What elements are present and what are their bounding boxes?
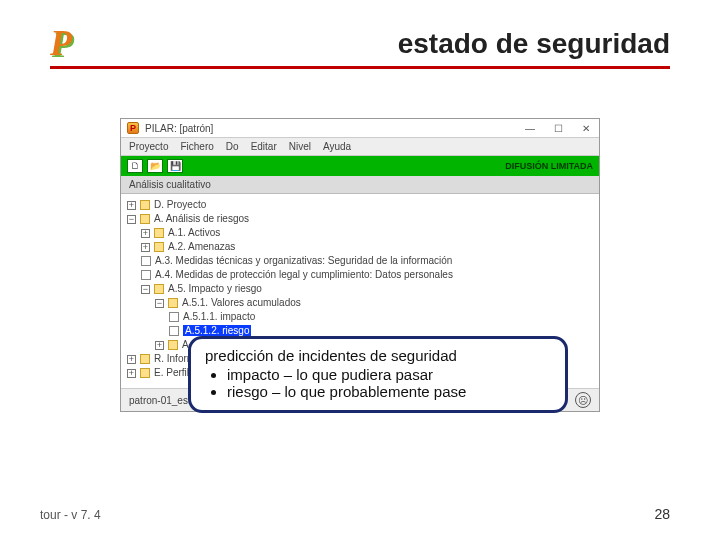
toolbar: 🗋 📂 💾 DIFUSIÓN LIMITADA (121, 156, 599, 176)
expand-icon[interactable]: + (127, 201, 136, 210)
folder-icon (154, 242, 164, 252)
expand-icon[interactable]: + (155, 341, 164, 350)
menu-fichero[interactable]: Fichero (180, 141, 213, 152)
collapse-icon[interactable]: − (127, 215, 136, 224)
titlebar: P PILAR: [patrón] — ☐ ✕ (121, 119, 599, 137)
expand-icon[interactable]: + (127, 369, 136, 378)
minimize-icon[interactable]: — (523, 123, 537, 134)
doc-icon (169, 312, 179, 322)
folder-icon (140, 368, 150, 378)
callout-title: predicción de incidentes de seguridad (205, 347, 551, 364)
folder-icon (168, 298, 178, 308)
folder-icon (168, 340, 178, 350)
callout-bullet-1: impacto – lo que pudiera pasar (227, 366, 551, 383)
folder-icon (154, 284, 164, 294)
toolbar-label: DIFUSIÓN LIMITADA (505, 161, 593, 171)
save-icon[interactable]: 💾 (167, 159, 183, 173)
tree-node-a1[interactable]: +A.1. Activos (127, 226, 593, 240)
window-title: PILAR: [patrón] (145, 123, 213, 134)
tree-node-a511[interactable]: A.5.1.1. impacto (127, 310, 593, 324)
page-number: 28 (654, 506, 670, 522)
folder-icon (140, 200, 150, 210)
slide-title: estado de seguridad (50, 28, 670, 60)
expand-icon[interactable]: + (141, 243, 150, 252)
pane-header: Análisis cualitativo (121, 176, 599, 194)
tree-node-a3[interactable]: A.3. Medidas técnicas y organizativas: S… (127, 254, 593, 268)
tree-node-a5[interactable]: −A.5. Impacto y riesgo (127, 282, 593, 296)
menu-do[interactable]: Do (226, 141, 239, 152)
logo: PP (50, 22, 72, 64)
menu-nivel[interactable]: Nivel (289, 141, 311, 152)
folder-icon (154, 228, 164, 238)
menubar: Proyecto Fichero Do Editar Nivel Ayuda (121, 137, 599, 156)
expand-icon[interactable]: + (141, 229, 150, 238)
menu-editar[interactable]: Editar (251, 141, 277, 152)
maximize-icon[interactable]: ☐ (551, 123, 565, 134)
tree-node-a51[interactable]: −A.5.1. Valores acumulados (127, 296, 593, 310)
callout: predicción de incidentes de seguridad im… (188, 336, 568, 413)
tree-node-a4[interactable]: A.4. Medidas de protección legal y cumpl… (127, 268, 593, 282)
folder-icon (140, 214, 150, 224)
collapse-icon[interactable]: − (155, 299, 164, 308)
doc-icon (141, 256, 151, 266)
tree-node-d[interactable]: +D. Proyecto (127, 198, 593, 212)
folder-icon (140, 354, 150, 364)
collapse-icon[interactable]: − (141, 285, 150, 294)
tree-node-a[interactable]: −A. Análisis de riesgos (127, 212, 593, 226)
menu-ayuda[interactable]: Ayuda (323, 141, 351, 152)
new-icon[interactable]: 🗋 (127, 159, 143, 173)
face-icon: ☹ (575, 392, 591, 408)
header-rule (50, 66, 670, 69)
callout-bullet-2: riesgo – lo que probablemente pase (227, 383, 551, 400)
footer-version: tour - v 7. 4 (40, 508, 101, 522)
open-icon[interactable]: 📂 (147, 159, 163, 173)
menu-proyecto[interactable]: Proyecto (129, 141, 168, 152)
doc-icon (141, 270, 151, 280)
app-icon: P (127, 122, 139, 134)
doc-icon (169, 326, 179, 336)
close-icon[interactable]: ✕ (579, 123, 593, 134)
expand-icon[interactable]: + (127, 355, 136, 364)
tree-node-a2[interactable]: +A.2. Amenazas (127, 240, 593, 254)
